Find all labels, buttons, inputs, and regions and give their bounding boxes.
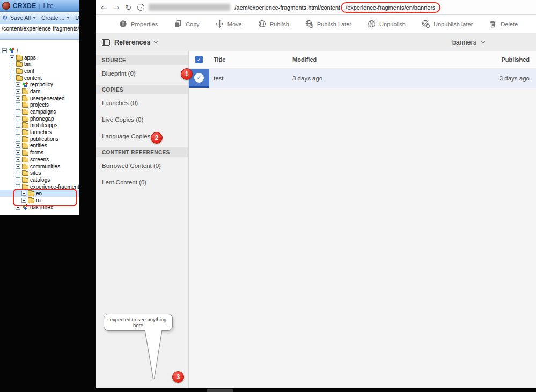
tree-node-usergenerated[interactable]: usergenerated <box>0 95 79 102</box>
select-all-cell[interactable]: ✓ <box>189 56 209 63</box>
tree-node-screens[interactable]: screens <box>0 156 79 163</box>
unpublish-later-button[interactable]: Unpublish later <box>422 20 473 28</box>
tree-node-oak-index[interactable]: oak:index <box>0 204 79 211</box>
expand-icon[interactable] <box>16 143 20 148</box>
expand-icon[interactable] <box>16 137 20 142</box>
tree-node-publications[interactable]: publications <box>0 136 79 143</box>
system-node-icon <box>22 82 28 87</box>
tree-node-forms[interactable]: forms <box>0 149 79 156</box>
publish-later-button[interactable]: Publish Later <box>305 20 351 28</box>
expand-icon[interactable] <box>16 164 20 169</box>
delete-button[interactable]: Delete <box>489 20 518 28</box>
sidebar-item-language-copies[interactable]: Language Copies (0) <box>96 128 188 144</box>
publish-button[interactable]: Publish <box>258 20 289 28</box>
tree-node-label: experience-fragments <box>30 184 79 190</box>
delete-label: Delete <box>75 14 79 21</box>
folder-icon <box>22 130 28 135</box>
sidebar-item-lent-content[interactable]: Lent Content (0) <box>96 174 188 190</box>
tree-node-conf[interactable]: conf <box>0 68 79 75</box>
select-all-checkbox-checked[interactable]: ✓ <box>195 56 203 63</box>
tree-node-bin[interactable]: bin <box>0 61 79 68</box>
tree-node-en[interactable]: en <box>0 190 79 197</box>
create-button[interactable]: Create ... <box>41 14 70 21</box>
save-all-button[interactable]: Save All <box>10 14 36 21</box>
tree-node-root[interactable]: / <box>0 47 79 54</box>
expand-icon[interactable] <box>16 123 20 128</box>
tree-node-campaigns[interactable]: campaigns <box>0 108 79 115</box>
tree-node-content[interactable]: content <box>0 75 79 82</box>
tree-node-mobileapps[interactable]: mobileapps <box>0 122 79 129</box>
refresh-icon[interactable]: ↻ <box>2 14 8 21</box>
folder-switcher-banners[interactable]: banners <box>452 33 484 51</box>
tree-node-experience-fragments[interactable]: experience-fragments <box>0 183 79 190</box>
url-prefix: /aem/experience-fragments.html/content <box>234 4 340 11</box>
sidebar-item-launches[interactable]: Launches (0) <box>96 94 188 111</box>
expand-icon[interactable] <box>16 205 20 210</box>
expand-icon[interactable] <box>16 89 20 94</box>
crxde-title-edition: Lite <box>43 2 53 10</box>
folder-switcher-label: banners <box>452 39 476 46</box>
folder-icon <box>16 56 23 61</box>
expand-icon[interactable] <box>21 198 26 203</box>
column-published: Published <box>472 56 536 63</box>
collapse-icon[interactable] <box>16 184 20 189</box>
tree-node-apps[interactable]: apps <box>0 54 79 61</box>
tree-node-rep-policy[interactable]: rep:policy <box>0 81 79 88</box>
tree-node-communities[interactable]: communities <box>0 163 79 170</box>
expand-icon[interactable] <box>16 102 20 107</box>
tree-node-label: campaigns <box>30 109 56 115</box>
tree-node-launches[interactable]: launches <box>0 129 79 136</box>
tree-node-label: bin <box>24 61 31 67</box>
expand-icon[interactable] <box>10 55 14 60</box>
expand-icon[interactable] <box>21 191 26 196</box>
tree-node-label: entities <box>30 143 47 149</box>
folder-icon <box>16 69 23 74</box>
sidebar-item-borrowed-content[interactable]: Borrowed Content (0) <box>96 157 188 174</box>
tree-node-projects[interactable]: projects <box>0 102 79 109</box>
globe-slash-icon <box>368 20 376 28</box>
tree-node-catalogs[interactable]: catalogs <box>0 176 79 183</box>
table-row-test[interactable]: ✓ test 3 days ago 3 days ago <box>189 69 536 88</box>
tree-node-label: sites <box>30 170 41 176</box>
copy-button[interactable]: Copy <box>174 20 200 28</box>
expand-icon[interactable] <box>10 62 14 66</box>
create-label: Create ... <box>41 14 64 21</box>
expand-icon[interactable] <box>16 96 20 101</box>
tree-node-label: oak:index <box>30 204 53 210</box>
collapse-icon[interactable] <box>10 76 14 80</box>
expand-icon[interactable] <box>16 157 20 162</box>
tree-node-label: / <box>17 48 18 54</box>
delete-button[interactable]: Delete <box>75 14 79 21</box>
expand-icon[interactable] <box>16 150 20 155</box>
unpublish-button[interactable]: Unpublish <box>368 20 406 28</box>
tree-node-entities[interactable]: entities <box>0 143 79 150</box>
site-info-icon[interactable]: i <box>137 4 144 11</box>
tree-node-sites[interactable]: sites <box>0 169 79 176</box>
tree-node-ru[interactable]: ru <box>0 197 79 204</box>
screenshot-root: { "crxde": { "title": { "brand": "CRXDE"… <box>0 0 536 392</box>
references-bar: References banners <box>96 33 536 51</box>
expand-icon[interactable] <box>16 116 20 121</box>
expand-icon[interactable] <box>16 109 20 114</box>
collapse-icon[interactable] <box>2 48 7 53</box>
reload-icon[interactable]: ↻ <box>125 4 131 11</box>
expand-icon[interactable] <box>16 130 20 135</box>
sidebar-item-blueprint[interactable]: Blueprint (0) <box>96 65 188 82</box>
expand-icon[interactable] <box>16 82 20 87</box>
sidebar-item-live-copies[interactable]: Live Copies (0) <box>96 111 188 128</box>
expand-icon[interactable] <box>16 177 20 182</box>
tree-node-dam[interactable]: dam <box>0 88 79 95</box>
forward-icon[interactable]: → <box>113 4 120 11</box>
address-bar[interactable]: i /aem/experience-fragments.html/content… <box>137 1 531 14</box>
tree-node-label: mobileapps <box>30 122 57 128</box>
properties-button[interactable]: Properties <box>119 20 158 28</box>
chevron-down-icon[interactable] <box>154 39 158 43</box>
back-icon[interactable]: ← <box>101 4 107 11</box>
move-button[interactable]: Move <box>216 20 242 28</box>
crxde-path-input[interactable]: /content/experience-fragments/en <box>0 24 79 33</box>
expand-icon[interactable] <box>16 171 20 175</box>
folder-icon <box>16 76 23 81</box>
tree-node-label: usergenerated <box>30 95 65 101</box>
expand-icon[interactable] <box>10 69 14 73</box>
tree-node-phonegap[interactable]: phonegap <box>0 115 79 122</box>
